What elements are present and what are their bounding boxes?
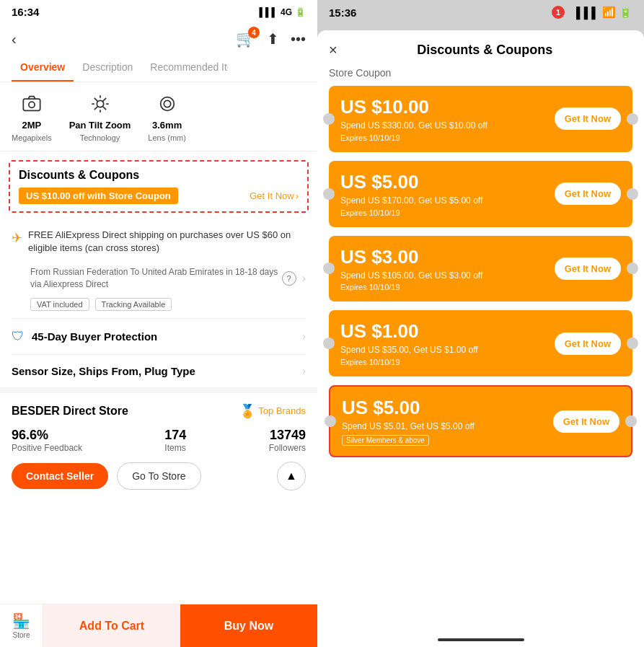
coupon-desc-5: Spend US $5.01, Get US $5.00 off [342,421,553,433]
cart-icon-wrap[interactable]: 🛒 4 [236,30,255,48]
shield-icon: 🛡 [12,329,25,344]
contact-seller-button[interactable]: Contact Seller [12,463,108,489]
bottom-bar: 🏪 Store Add To Cart Buy Now [0,604,317,647]
specs-row: 2MP Megapixels Pan Tilt Zoom Technology [0,82,317,151]
coupon-info-1: US $10.00 Spend US $330.00, Get US $10.0… [340,96,555,142]
svg-rect-0 [23,99,40,110]
vat-tag: VAT included [30,298,89,311]
share-icon[interactable]: ⬆ [267,30,279,48]
notification-badge: 1 [552,6,565,19]
coupon-expiry-4: Expires 10/10/19 [340,358,555,366]
signal-icon: ▌▌▌ [259,7,278,17]
silver-badge: Silver Members & above [342,435,429,446]
pantiltzoom-value: Pan Tilt Zoom [69,120,131,131]
customize-row[interactable]: Sensor Size, Ships From, Plug Type › [0,355,317,387]
pantiltzoom-label: Technology [80,133,120,142]
coupon-expiry-3: Expires 10/10/19 [340,283,555,291]
protection-row[interactable]: 🛡 45-Day Buyer Protection › [0,319,317,354]
camera-icon [19,91,45,117]
coupon-expiry-1: Expires 10/10/19 [340,133,555,142]
store-tab[interactable]: 🏪 Store [0,604,43,647]
scroll-top-button[interactable]: ▲ [277,462,306,490]
coupon-desc-2: Spend US $170.00, Get US $5.00 off [340,195,555,207]
stat-feedback: 96.6% Positive Feedback [12,428,82,453]
coupon-card-4: US $1.00 Spend US $35.00, Get US $1.00 o… [329,310,632,377]
svg-point-4 [164,100,170,107]
notch-left-5 [325,415,336,427]
coupon-modal-body: Store Coupon US $10.00 Spend US $330.00,… [317,58,644,633]
store-coupon-label: Store Coupon [329,67,632,79]
top-brands: 🏅 Top Brands [239,403,306,419]
chevron-right-shipping: › [302,272,306,285]
coupon-desc-3: Spend US $105.00, Get US $3.00 off [340,270,555,282]
top-brands-label: Top Brands [258,405,306,416]
close-button[interactable]: × [329,42,338,58]
nav-right: 🛒 4 ⬆ ••• [236,30,306,48]
home-indicator-right [438,638,524,641]
info-icon[interactable]: ? [282,271,296,286]
spec-pantiltzoom: Pan Tilt Zoom Technology [69,91,131,142]
get-it-link[interactable]: Get It Now › [250,190,299,201]
store-stats: 96.6% Positive Feedback 174 Items 13749 … [12,428,306,453]
spec-lens: 3.6mm Lens (mm) [148,91,186,142]
get-it-now-button-1[interactable]: Get It Now [555,107,621,130]
shipping-from: From Russian Federation To United Arab E… [30,266,282,291]
shipping-actions: ? › [282,271,306,286]
right-panel: 15:36 1 ▌▌▌ 📶 🔋 × Discounts & Coupons St… [317,0,644,647]
notch-left-3 [323,263,335,274]
coupon-amount-2: US $5.00 [340,171,555,193]
left-panel: 16:34 ▌▌▌ 4G 🔋 ‹ 🛒 4 ⬆ ••• Overview Desc… [0,0,317,647]
megapixels-label: Megapixels [12,133,52,142]
discount-row: US $10.00 off with Store Coupon Get It N… [19,188,299,204]
store-tab-icon: 🏪 [12,612,30,630]
followers-label: Followers [269,443,306,453]
notch-right-5 [625,415,637,427]
status-icons-left: ▌▌▌ 4G 🔋 [259,7,306,17]
coupon-desc-1: Spend US $330.00, Get US $10.00 off [340,120,555,132]
cart-badge: 4 [248,27,260,38]
tab-description[interactable]: Description [74,54,141,82]
status-bar-right: 15:36 1 ▌▌▌ 📶 🔋 [317,0,644,25]
add-to-cart-button[interactable]: Add To Cart [43,604,180,647]
buy-now-button[interactable]: Buy Now [180,604,317,647]
coupon-badge: US $10.00 off with Store Coupon [19,188,178,204]
tab-recommended[interactable]: Recommended Ite [141,54,228,82]
feedback-value: 96.6% [12,428,82,443]
back-icon[interactable]: ‹ [12,31,17,48]
get-it-now-button-4[interactable]: Get It Now [555,333,621,355]
pantiltzoom-icon [87,91,113,117]
coupon-amount-4: US $1.00 [340,320,555,343]
coupon-info-4: US $1.00 Spend US $35.00, Get US $1.00 o… [340,320,555,366]
tracking-tag: Tracking Available [95,298,172,311]
svg-point-3 [160,97,174,111]
coupon-expiry-2: Expires 10/10/19 [340,208,555,217]
more-icon[interactable]: ••• [291,31,306,48]
svg-point-1 [29,102,35,107]
go-to-store-button[interactable]: Go To Store [117,462,200,490]
items-value: 174 [164,428,186,443]
lens-value: 3.6mm [152,120,182,131]
coupon-card-1: US $10.00 Spend US $330.00, Get US $10.0… [329,86,632,152]
notch-right-3 [627,263,638,274]
protection-text: 45-Day Buyer Protection [32,330,157,343]
medal-icon: 🏅 [239,403,255,419]
store-section: BESDER Direct Store 🏅 Top Brands 96.6% P… [0,387,317,501]
signal-icon-right: ▌▌▌ [576,6,599,19]
discounts-section: Discounts & Coupons US $10.00 off with S… [9,160,309,213]
coupon-card-2: US $5.00 Spend US $170.00, Get US $5.00 … [329,161,632,227]
items-label: Items [164,443,186,453]
coupon-amount-1: US $10.00 [340,96,555,118]
get-it-now-button-2[interactable]: Get It Now [555,182,621,205]
get-it-now-button-5[interactable]: Get It Now [553,410,619,433]
wifi-icon: 📶 [602,6,616,19]
feedback-label: Positive Feedback [12,443,82,453]
notch-left-1 [323,113,335,125]
get-it-now-button-3[interactable]: Get It Now [555,258,621,280]
tab-overview[interactable]: Overview [12,54,74,82]
notch-left-2 [323,188,335,200]
nav-bar-left: ‹ 🛒 4 ⬆ ••• [0,24,317,54]
chevron-right-customize: › [302,365,306,377]
coupon-modal-title: Discounts & Coupons [338,43,632,58]
protection-left: 🛡 45-Day Buyer Protection [12,329,157,344]
plane-icon: ✈ [12,230,22,246]
